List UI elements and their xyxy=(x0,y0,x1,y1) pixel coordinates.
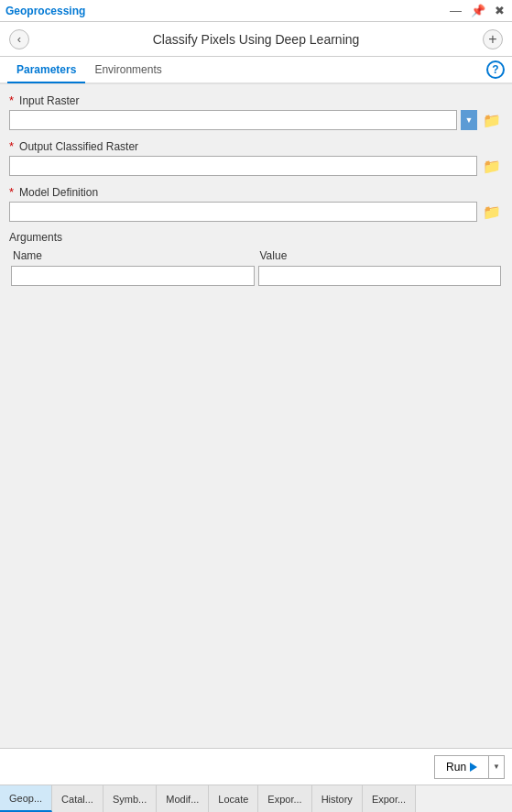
required-star-2: * xyxy=(9,139,14,153)
footer-tab-history[interactable]: History xyxy=(312,785,363,812)
main-content: * Input Raster ▼ 📁 * Output Classified R… xyxy=(0,84,512,748)
input-raster-folder-btn[interactable]: 📁 xyxy=(481,110,503,130)
run-button-label: Run xyxy=(446,761,466,774)
app-title: Geoprocessing xyxy=(5,5,85,17)
title-bar: Geoprocessing — 📌 ✖ xyxy=(0,0,512,22)
back-button[interactable]: ‹ xyxy=(9,29,29,49)
minimize-button[interactable]: — xyxy=(448,5,463,16)
required-star-1: * xyxy=(9,93,14,107)
footer-tab-modify[interactable]: Modif... xyxy=(157,785,209,812)
title-bar-controls: — 📌 ✖ xyxy=(448,5,507,16)
model-definition-label: * Model Definition xyxy=(9,185,503,199)
input-raster-dropdown-btn[interactable]: ▼ xyxy=(461,110,477,130)
model-definition-row: 📁 xyxy=(9,202,503,222)
footer-tab-symbology[interactable]: Symb... xyxy=(103,785,157,812)
footer-tabs: Geop... Catal... Symb... Modif... Locate… xyxy=(0,785,512,812)
tab-parameters[interactable]: Parameters xyxy=(7,58,85,83)
model-definition-folder-btn[interactable]: 📁 xyxy=(481,202,503,222)
model-definition-group: * Model Definition 📁 xyxy=(9,185,503,222)
run-button[interactable]: Run xyxy=(434,755,488,779)
input-raster-field[interactable] xyxy=(9,110,457,130)
arguments-table: Name Value xyxy=(9,247,503,288)
tab-bar: Parameters Environments ? xyxy=(0,57,512,84)
model-definition-field[interactable] xyxy=(9,202,477,222)
arguments-title: Arguments xyxy=(9,231,503,244)
footer-tab-geoprocessing[interactable]: Geop... xyxy=(0,785,52,812)
input-raster-row: ▼ 📁 xyxy=(9,110,503,130)
args-name-input[interactable] xyxy=(11,266,255,286)
arguments-section: Arguments Name Value xyxy=(9,231,503,288)
tab-environments[interactable]: Environments xyxy=(85,58,170,83)
add-tool-button[interactable]: + xyxy=(483,29,503,49)
args-row xyxy=(9,264,503,288)
required-star-3: * xyxy=(9,185,14,199)
input-raster-group: * Input Raster ▼ 📁 xyxy=(9,93,503,130)
run-dropdown-button[interactable]: ▼ xyxy=(488,755,505,779)
args-value-input[interactable] xyxy=(258,266,502,286)
footer-tab-export2[interactable]: Expor... xyxy=(363,785,416,812)
output-raster-folder-btn[interactable]: 📁 xyxy=(481,156,503,176)
output-raster-row: 📁 xyxy=(9,156,503,176)
bottom-bar: Run ▼ xyxy=(0,748,512,785)
footer-tab-catalog[interactable]: Catal... xyxy=(52,785,103,812)
help-icon[interactable]: ? xyxy=(486,60,505,79)
run-play-icon xyxy=(470,763,477,772)
args-value-cell xyxy=(256,264,504,288)
tool-title: Classify Pixels Using Deep Learning xyxy=(37,32,475,47)
args-name-header: Name xyxy=(9,247,256,264)
close-button[interactable]: ✖ xyxy=(493,5,507,16)
args-name-cell xyxy=(9,264,256,288)
output-raster-label: * Output Classified Raster xyxy=(9,139,503,153)
footer-tab-export1[interactable]: Expor... xyxy=(258,785,311,812)
footer-tab-locate[interactable]: Locate xyxy=(209,785,258,812)
output-raster-field[interactable] xyxy=(9,156,477,176)
input-raster-label: * Input Raster xyxy=(9,93,503,107)
pin-button[interactable]: 📌 xyxy=(469,5,487,16)
args-value-header: Value xyxy=(256,247,504,264)
tool-header: ‹ Classify Pixels Using Deep Learning + xyxy=(0,22,512,57)
output-raster-group: * Output Classified Raster 📁 xyxy=(9,139,503,176)
chevron-down-icon: ▼ xyxy=(493,763,500,771)
